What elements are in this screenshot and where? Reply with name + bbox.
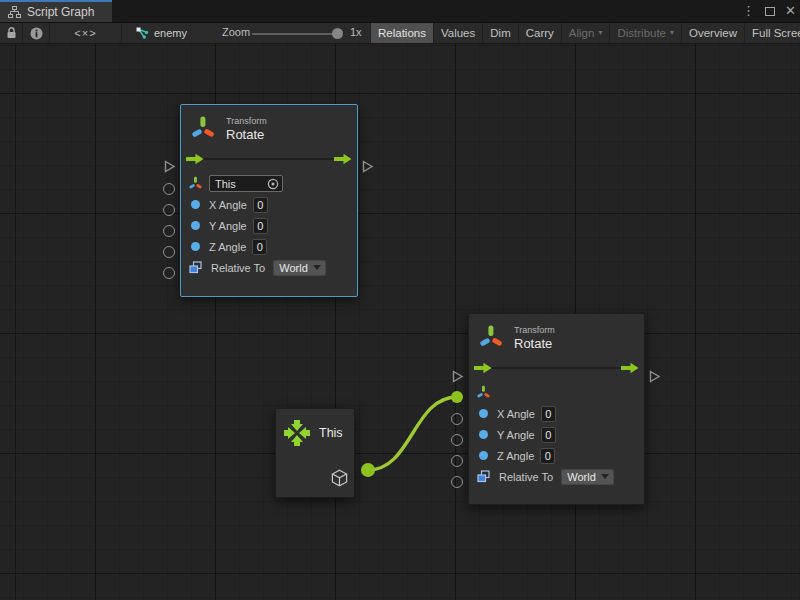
toolbar-buttons: Relations Values Dim Carry Align ▾ Distr… (370, 23, 800, 43)
node-rotate-2[interactable]: Transform Rotate X Angle 0 Y (468, 313, 645, 505)
flow-output-port[interactable] (362, 160, 374, 173)
y-angle-input[interactable]: 0 (253, 218, 268, 234)
value-port-dot (479, 430, 488, 439)
value-port-dot (191, 221, 200, 230)
connection-wire-layer (0, 44, 800, 600)
distribute-button[interactable]: Distribute ▾ (609, 23, 681, 43)
self-input-row: This (181, 173, 357, 194)
inspector-toggle-button[interactable] (23, 23, 50, 43)
tab-label: Script Graph (27, 5, 94, 19)
relative-to-port[interactable] (451, 476, 463, 488)
gameobject-cube-icon (331, 469, 348, 487)
flow-out-arrow-icon (621, 362, 639, 374)
this-node-label: This (319, 426, 343, 440)
relative-to-dropdown[interactable]: World (273, 260, 326, 276)
variables-icon: <×> (74, 27, 96, 39)
relative-to-dropdown[interactable]: World (561, 469, 614, 485)
z-angle-port[interactable] (451, 455, 463, 467)
info-icon (30, 27, 43, 40)
relative-to-row: Relative To World (181, 257, 357, 278)
title-bar: Script Graph ⋮ ✕ (0, 0, 800, 22)
script-graph-icon (8, 6, 21, 18)
chevron-down-icon (601, 474, 609, 479)
node-title: Rotate (514, 336, 555, 351)
breadcrumb-graph-name: enemy (154, 27, 187, 39)
carry-button[interactable]: Carry (518, 23, 561, 43)
flow-input-port[interactable] (164, 160, 176, 173)
connection-wire[interactable] (368, 397, 457, 470)
enum-icon (189, 261, 202, 274)
chevron-down-icon (313, 265, 321, 270)
flow-output-port[interactable] (649, 370, 661, 383)
relative-to-row: Relative To World (469, 466, 644, 487)
value-port-dot (191, 200, 200, 209)
x-angle-input[interactable]: 0 (541, 406, 556, 422)
graph-asset-icon (136, 27, 149, 39)
this-output-port[interactable] (361, 463, 375, 477)
value-port-dot (479, 409, 488, 418)
overview-button[interactable]: Overview (681, 23, 744, 43)
x-angle-port[interactable] (163, 204, 175, 216)
this-converge-icon (283, 419, 311, 447)
node-this[interactable]: This (275, 408, 355, 498)
self-input-port[interactable] (163, 183, 175, 195)
relations-button[interactable]: Relations (370, 23, 433, 43)
z-angle-row: Z Angle 0 (469, 445, 644, 466)
x-angle-input[interactable]: 0 (253, 197, 268, 213)
window-menu-icon[interactable]: ⋮ (742, 0, 755, 22)
flow-row (469, 356, 644, 380)
transform-icon (478, 324, 504, 352)
enum-icon (477, 470, 490, 483)
graph-toolbar: <×> enemy Zoom 1x Relations Values Dim C… (0, 22, 800, 44)
lock-button[interactable] (0, 23, 23, 43)
flow-row (181, 147, 357, 171)
zoom-slider-handle[interactable] (332, 28, 343, 39)
relative-to-port[interactable] (163, 267, 175, 279)
node-header: Transform Rotate (469, 314, 644, 356)
dim-button[interactable]: Dim (482, 23, 517, 43)
zoom-label: Zoom (222, 26, 250, 38)
chevron-down-icon: ▾ (670, 23, 674, 43)
z-angle-port[interactable] (163, 246, 175, 258)
relation-line (203, 158, 335, 160)
node-category: Transform (514, 325, 555, 335)
flow-in-arrow-icon (474, 362, 492, 374)
y-angle-row: Y Angle 0 (469, 424, 644, 445)
variables-toggle-button[interactable]: <×> (50, 23, 122, 43)
self-input-row (469, 382, 644, 403)
graph-canvas[interactable]: Transform Rotate This (0, 44, 800, 600)
tab-script-graph[interactable]: Script Graph (0, 0, 112, 22)
flow-input-port[interactable] (452, 370, 464, 383)
z-angle-input[interactable]: 0 (540, 448, 555, 464)
flow-out-arrow-icon (334, 153, 352, 165)
node-header: Transform Rotate (181, 105, 357, 147)
x-angle-row: X Angle 0 (469, 403, 644, 424)
transform-mini-icon (188, 176, 203, 192)
z-angle-input[interactable]: 0 (252, 239, 267, 255)
breadcrumb[interactable]: enemy (136, 23, 187, 43)
align-button[interactable]: Align ▾ (561, 23, 610, 43)
fullscreen-button[interactable]: Full Screen (744, 23, 800, 43)
self-object-field[interactable]: This (209, 175, 283, 192)
object-picker-icon[interactable] (267, 178, 279, 190)
maximize-icon[interactable] (765, 7, 775, 16)
value-port-dot (191, 242, 200, 251)
zoom-slider[interactable] (252, 33, 338, 35)
y-angle-port[interactable] (163, 225, 175, 237)
rotate2-self-input-port[interactable] (451, 391, 463, 403)
relation-line (491, 367, 622, 369)
value-port-dot (479, 451, 488, 460)
x-angle-port[interactable] (451, 413, 463, 425)
values-button[interactable]: Values (433, 23, 482, 43)
transform-icon (190, 115, 216, 143)
lock-icon (6, 27, 17, 39)
node-category: Transform (226, 116, 267, 126)
node-title: Rotate (226, 127, 267, 142)
close-icon[interactable]: ✕ (785, 0, 796, 22)
y-angle-row: Y Angle 0 (181, 215, 357, 236)
chevron-down-icon: ▾ (598, 23, 602, 43)
y-angle-input[interactable]: 0 (541, 427, 556, 443)
flow-in-arrow-icon (186, 153, 204, 165)
node-rotate-1[interactable]: Transform Rotate This (180, 104, 358, 297)
y-angle-port[interactable] (451, 434, 463, 446)
